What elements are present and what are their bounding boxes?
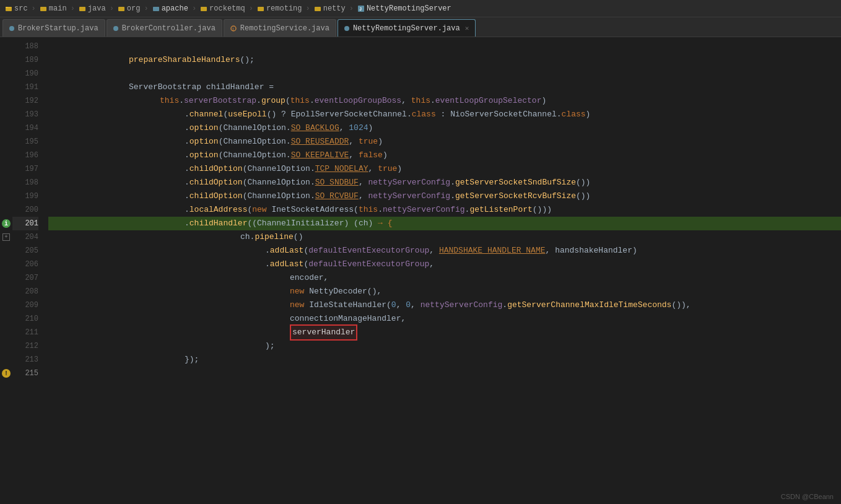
tab-close-button[interactable]: ✕ bbox=[465, 24, 469, 32]
warning-badge-215[interactable]: ! bbox=[2, 369, 11, 378]
line-num-206: 206 bbox=[12, 258, 38, 271]
code-editor[interactable]: prepareSharableHandlers(); ServerBootstr… bbox=[43, 37, 841, 504]
gutter-icon-212 bbox=[0, 339, 12, 353]
line-num-200: 200 bbox=[12, 203, 38, 217]
breadcrumb-rocketmq[interactable]: rocketmq bbox=[200, 4, 245, 13]
line-num-189: 189 bbox=[12, 53, 38, 67]
gutter-icon-198 bbox=[0, 176, 12, 189]
gutter-icon-215: ! bbox=[0, 367, 12, 380]
gutter-icon-213 bbox=[0, 353, 12, 367]
folder-icon-8 bbox=[314, 5, 321, 12]
tab-label-broker-startup: BrokerStartup.java bbox=[18, 24, 98, 33]
code-line-204: ch.pipeline() bbox=[48, 230, 841, 244]
breadcrumb-class[interactable]: J NettyRemotingServer bbox=[357, 4, 451, 13]
code-line-215 bbox=[48, 367, 841, 380]
tab-label-remoting-service: RemotingService.java bbox=[240, 24, 329, 33]
gutter-icon-201: i bbox=[0, 217, 12, 230]
code-line-198: .childOption(ChannelOption.SO_SNDBUF, ne… bbox=[48, 176, 841, 189]
gutter-icon-208 bbox=[0, 285, 12, 298]
code-line-213: }); bbox=[48, 353, 841, 367]
tab-dot-broker-startup bbox=[9, 26, 14, 31]
breadcrumb-org[interactable]: org bbox=[118, 4, 141, 13]
info-badge-201[interactable]: i bbox=[2, 219, 11, 228]
gutter-icon-197 bbox=[0, 162, 12, 176]
code-line-212: ); bbox=[48, 339, 841, 353]
line-num-191: 191 bbox=[12, 80, 38, 94]
code-line-192: this.serverBootstrap.group(this.eventLoo… bbox=[48, 94, 841, 108]
code-line-201: .childHandler((ChannelInitializer) (ch) … bbox=[48, 217, 841, 230]
svg-rect-6 bbox=[258, 7, 264, 11]
gutter-icon-211 bbox=[0, 326, 12, 339]
code-line-205: .addLast(defaultEventExecutorGroup, HAND… bbox=[48, 244, 841, 258]
code-line-209: new IdleStateHandler(0, 0, nettyServerCo… bbox=[48, 298, 841, 312]
line-num-210: 210 bbox=[12, 312, 38, 326]
code-line-199: .childOption(ChannelOption.SO_RCVBUF, ne… bbox=[48, 189, 841, 203]
tab-label-broker-controller: BrokerController.java bbox=[122, 24, 216, 33]
folder-icon-7 bbox=[257, 5, 264, 12]
svg-rect-5 bbox=[201, 7, 207, 11]
server-handler-highlight: serverHandler bbox=[290, 324, 357, 341]
line-num-207: 207 bbox=[12, 271, 38, 285]
breadcrumb-main[interactable]: main bbox=[40, 4, 67, 13]
svg-rect-7 bbox=[315, 7, 321, 11]
folder-icon-3 bbox=[79, 5, 86, 12]
folder-icon-2 bbox=[40, 5, 47, 12]
code-line-207: encoder, bbox=[48, 271, 841, 285]
tab-netty-remoting-server[interactable]: NettyRemotingServer.java ✕ bbox=[338, 19, 476, 37]
line-num-188: 188 bbox=[12, 40, 38, 53]
line-num-212: 212 bbox=[12, 339, 38, 353]
breadcrumb-remoting[interactable]: remoting bbox=[257, 4, 302, 13]
code-line-195: .option(ChannelOption.SO_REUSEADDR, true… bbox=[48, 135, 841, 149]
line-num-199: 199 bbox=[12, 189, 38, 203]
line-numbers: 188 189 190 191 192 193 194 195 196 197 … bbox=[12, 37, 43, 504]
tab-remoting-service[interactable]: I RemotingService.java bbox=[224, 19, 336, 37]
gutter-icon-195 bbox=[0, 135, 12, 149]
line-num-190: 190 bbox=[12, 67, 38, 80]
code-line-188 bbox=[48, 40, 841, 53]
code-line-189: prepareSharableHandlers(); bbox=[48, 53, 841, 67]
line-num-205: 205 bbox=[12, 244, 38, 258]
gutter-icon-210 bbox=[0, 312, 12, 326]
gutter-icon-196 bbox=[0, 149, 12, 162]
line-num-192: 192 bbox=[12, 94, 38, 108]
gutter-icon-190 bbox=[0, 67, 12, 80]
gutter-icon-192 bbox=[0, 94, 12, 108]
svg-text:I: I bbox=[232, 27, 234, 31]
line-num-194: 194 bbox=[12, 121, 38, 135]
gutter-icon-200 bbox=[0, 203, 12, 217]
line-num-193: 193 bbox=[12, 108, 38, 121]
line-num-208: 208 bbox=[12, 285, 38, 298]
line-num-209: 209 bbox=[12, 298, 38, 312]
expand-icon-204[interactable]: + bbox=[2, 233, 10, 241]
folder-icon-4 bbox=[118, 5, 125, 12]
svg-rect-4 bbox=[153, 7, 159, 11]
line-num-197: 197 bbox=[12, 162, 38, 176]
breadcrumb-netty[interactable]: netty bbox=[314, 4, 346, 13]
code-line-196: .option(ChannelOption.SO_KEEPALIVE, fals… bbox=[48, 149, 841, 162]
gutter-icon-199 bbox=[0, 189, 12, 203]
gutter-icon-188 bbox=[0, 40, 12, 53]
gutter-icon-205 bbox=[0, 244, 12, 258]
code-line-206: .addLast(defaultEventExecutorGroup, bbox=[48, 258, 841, 271]
tab-label-netty: NettyRemotingServer.java bbox=[353, 24, 460, 33]
tab-broker-startup[interactable]: BrokerStartup.java bbox=[2, 19, 105, 37]
code-line-197: .childOption(ChannelOption.TCP_NODELAY, … bbox=[48, 162, 841, 176]
code-line-194: .option(ChannelOption.SO_BACKLOG, 1024) bbox=[48, 121, 841, 135]
watermark: CSDN @CBeann bbox=[781, 493, 834, 500]
breadcrumb-java[interactable]: java bbox=[79, 4, 106, 13]
code-line-208: new NettyDecoder(), bbox=[48, 285, 841, 298]
interface-icon: I bbox=[230, 25, 237, 32]
breadcrumb-bar: src › main › java › org › apache › rocke… bbox=[0, 0, 841, 17]
tab-bar: BrokerStartup.java BrokerController.java… bbox=[0, 17, 841, 37]
gutter-icon-191 bbox=[0, 80, 12, 94]
line-num-215: 215 bbox=[12, 367, 38, 380]
breadcrumb-apache[interactable]: apache bbox=[152, 4, 188, 13]
gutter-icon-209 bbox=[0, 298, 12, 312]
breadcrumb-src[interactable]: src bbox=[5, 4, 28, 13]
tab-broker-controller[interactable]: BrokerController.java bbox=[107, 19, 222, 37]
java-file-icon: J bbox=[357, 5, 365, 12]
line-num-195: 195 bbox=[12, 135, 38, 149]
gutter-icon-204: + bbox=[0, 230, 12, 244]
code-line-210: connectionManageHandler, bbox=[48, 312, 841, 326]
line-num-213: 213 bbox=[12, 353, 38, 367]
